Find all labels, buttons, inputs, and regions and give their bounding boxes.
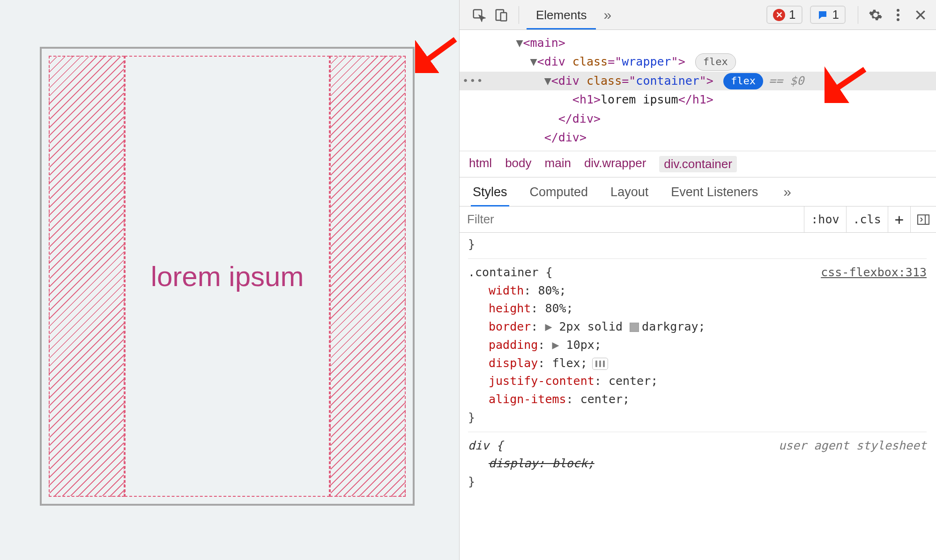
- pane-tabs-more[interactable]: »: [779, 184, 796, 200]
- settings-icon[interactable]: [866, 5, 885, 25]
- new-style-rule-button[interactable]: +: [888, 206, 910, 232]
- crumb-main[interactable]: main: [545, 156, 571, 172]
- styles-pane-tabs: Styles Computed Layout Event Listeners »: [460, 177, 936, 206]
- crumb-wrapper[interactable]: div.wrapper: [584, 156, 646, 172]
- decl-height[interactable]: height: 80%;: [468, 300, 927, 318]
- kebab-menu-icon[interactable]: [888, 5, 908, 25]
- decl-border[interactable]: border: ▶ 2px solid darkgray;: [468, 318, 927, 336]
- dom-node-container-close[interactable]: </div>: [460, 110, 936, 128]
- css-rule-ua-div[interactable]: user agent stylesheet div { display: blo…: [468, 432, 927, 491]
- dom-node-wrapper-close[interactable]: </div>: [460, 128, 936, 147]
- crumb-html[interactable]: html: [469, 156, 492, 172]
- page-viewport: lorem ipsum: [0, 0, 459, 560]
- pane-tab-computed[interactable]: Computed: [528, 177, 590, 206]
- decl-ua-display: display: block;: [468, 455, 927, 473]
- styles-filter-input[interactable]: [460, 207, 804, 231]
- svg-line-0: [421, 39, 455, 65]
- computed-sidebar-toggle-icon[interactable]: [910, 206, 936, 232]
- svg-point-4: [897, 9, 899, 12]
- issues-counter[interactable]: 1: [810, 6, 846, 24]
- pane-tab-events[interactable]: Event Listeners: [669, 177, 760, 206]
- device-toggle-icon[interactable]: [491, 5, 511, 25]
- css-source-ua: user agent stylesheet: [779, 437, 927, 455]
- dom-node-main[interactable]: ▼<main>: [460, 34, 936, 52]
- decl-justify-content[interactable]: justify-content: center;: [468, 372, 927, 391]
- dom-tree[interactable]: ▼<main> ▼<div class="wrapper"> flex ••• …: [460, 30, 936, 151]
- flex-badge-wrapper[interactable]: flex: [695, 53, 736, 71]
- annotation-arrow-viewport: [415, 36, 458, 73]
- tab-elements[interactable]: Elements: [527, 0, 596, 29]
- expand-triangle-icon[interactable]: ▶: [552, 338, 559, 352]
- decl-width[interactable]: width: 80%;: [468, 282, 927, 300]
- ellipsis-icon[interactable]: •••: [462, 74, 484, 88]
- toolbar-separator: [519, 6, 519, 24]
- devtools-toolbar: Elements » ✕ 1 1: [460, 0, 936, 30]
- flex-container-box: lorem ipsum: [40, 47, 415, 506]
- devtools-panel: Elements » ✕ 1 1 ▼<main> ▼<div class: [459, 0, 936, 560]
- decl-display[interactable]: display: flex;: [468, 354, 927, 373]
- flex-free-space-left: [49, 56, 125, 497]
- svg-rect-10: [918, 215, 929, 224]
- crumb-container[interactable]: div.container: [659, 156, 737, 172]
- dom-node-h1[interactable]: <h1>lorem ipsum</h1>: [460, 90, 936, 109]
- color-swatch[interactable]: [630, 323, 639, 332]
- decl-padding[interactable]: padding: ▶ 10px;: [468, 336, 927, 354]
- breadcrumb: html body main div.wrapper div.container: [460, 151, 936, 177]
- inspect-icon[interactable]: [469, 5, 489, 25]
- prev-rule-close: }: [468, 236, 927, 254]
- css-source-link[interactable]: css-flexbox:313: [821, 264, 927, 282]
- heading-lorem: lorem ipsum: [151, 260, 304, 293]
- close-devtools-icon[interactable]: [911, 5, 930, 25]
- issues-count: 1: [832, 7, 839, 22]
- cls-toggle[interactable]: .cls: [846, 206, 888, 232]
- error-count: 1: [789, 7, 795, 22]
- svg-point-6: [897, 18, 899, 21]
- styles-filter-row: :hov .cls +: [460, 206, 936, 233]
- flex-badge-container[interactable]: flex: [723, 73, 763, 89]
- pane-tab-layout[interactable]: Layout: [609, 177, 650, 206]
- rule-close-brace: }: [468, 409, 927, 427]
- expand-triangle-icon[interactable]: ▶: [545, 320, 552, 333]
- css-rule-container[interactable]: css-flexbox:313 .container { width: 80%;…: [468, 258, 927, 427]
- equals-dollar-zero: == $0: [769, 74, 804, 88]
- toolbar-separator-2: [858, 6, 858, 24]
- svg-point-5: [897, 14, 899, 16]
- dom-node-wrapper[interactable]: ▼<div class="wrapper"> flex: [460, 52, 936, 72]
- error-icon: ✕: [773, 9, 785, 21]
- crumb-body[interactable]: body: [505, 156, 531, 172]
- pane-tab-styles[interactable]: Styles: [471, 177, 509, 206]
- flex-free-space-right: [330, 56, 406, 497]
- css-rules-pane[interactable]: } css-flexbox:313 .container { width: 80…: [460, 233, 936, 501]
- dom-node-container[interactable]: ••• ▼<div class="container"> flex== $0: [460, 72, 936, 90]
- hov-toggle[interactable]: :hov: [804, 206, 846, 232]
- decl-align-items[interactable]: align-items: center;: [468, 391, 927, 409]
- svg-rect-3: [501, 13, 507, 21]
- issues-icon: [817, 9, 829, 21]
- more-tabs-chevron[interactable]: »: [599, 7, 616, 23]
- error-counter[interactable]: ✕ 1: [766, 6, 802, 24]
- rule-close-brace-ua: }: [468, 473, 927, 491]
- flexbox-editor-icon[interactable]: [592, 358, 608, 370]
